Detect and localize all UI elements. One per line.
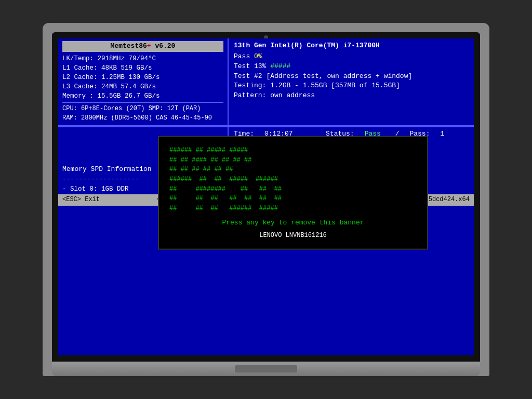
banner-line-5: ## ######## ## ## ## [169, 184, 417, 194]
mem-label: Memory : [62, 92, 94, 100]
pattern-label: Pattern: [234, 91, 266, 99]
l3-cache-row: L3 Cache: 24MB 57.4 GB/s [62, 82, 223, 91]
banner-model-text: LENOVO LNVNB161216 [169, 231, 417, 240]
laptop-base [52, 362, 480, 376]
pass-count-val: 1 [440, 129, 444, 139]
pass-label: Pass [234, 52, 250, 60]
screen: Memtest86+ v6.20 LK/Temp: 2918MHz 79/94°… [58, 38, 474, 355]
plus-sign: + [147, 42, 151, 50]
pass-line: Pass 0% [234, 52, 469, 62]
l2-cache-row: L2 Cache: 1.25MB 130 GB/s [62, 73, 223, 82]
testing-line: Testing: 1.2GB - 1.55GB [357MB of 15.5GB… [234, 81, 469, 91]
pattern-line: Pattern: own address [234, 91, 469, 101]
mem-val: 15.5GB 26.7 GB/s [98, 92, 160, 100]
l3-label: L3 Cache: [62, 83, 98, 90]
banner-line-4: ###### ## ## ##### ###### [169, 175, 417, 184]
app-name: Memtest86 [111, 42, 147, 50]
right-info-panel: 13th Gen Intel(R) Core(TM) i7-13700H Pas… [229, 38, 474, 125]
banner-line-2: ## ## #### ## ## ## ## [169, 155, 417, 165]
cpu-model-line: 13th Gen Intel(R) Core(TM) i7-13700H [234, 41, 469, 51]
l1-val: 48KB 519 GB/s [101, 64, 152, 72]
test-desc: [Address test, own address + window] [266, 72, 412, 80]
l1-label: L1 Cache: [62, 64, 98, 72]
cpu-row: CPU: 6P+8E-Cores (20T) SMP: 12T (PAR) [62, 104, 223, 113]
l3-val: 24MB 57.4 GB/s [101, 83, 156, 90]
banner-ascii-art: ###### ## ##### ##### ## ## #### ## ## #… [169, 145, 417, 213]
testing-label: Testing: [234, 82, 266, 89]
memory-row: Memory : 15.5GB 26.7 GB/s [62, 91, 223, 101]
testing-range: 1.2GB - 1.55GB [357MB of 15.5GB] [270, 82, 400, 89]
banner-line-3: ## ## ## ## ## ## [169, 165, 417, 175]
trackpad[interactable] [235, 365, 297, 373]
clk-temp-label: LK/Temp: [62, 55, 94, 62]
banner-line-7: ## ## ## ###### ##### [169, 203, 417, 213]
app-title-bar: Memtest86+ v6.20 [62, 41, 223, 52]
screen-bezel: Memtest86+ v6.20 LK/Temp: 2918MHz 79/94°… [52, 32, 480, 362]
bottom-section: Memory SPD Information -----------------… [58, 162, 474, 206]
banner-press-key-text[interactable]: Press any key to remove this banner [169, 218, 417, 228]
banner-line-6: ## ## ## ## ## ## ## [169, 194, 417, 204]
pattern-val: own address [270, 91, 315, 99]
ram-row: RAM: 2800MHz (DDR5-5600) CAS 46-45-45-90 [62, 114, 223, 123]
laptop-frame: Memtest86+ v6.20 LK/Temp: 2918MHz 79/94°… [43, 23, 489, 376]
test-num: Test #2 [234, 72, 262, 80]
test-pct-line: Test 13% ##### [234, 62, 469, 72]
clk-temp-row: LK/Temp: 2918MHz 79/94°C [62, 54, 223, 63]
left-info-panel: Memtest86+ v6.20 LK/Temp: 2918MHz 79/94°… [58, 38, 229, 125]
l2-val: 1.25MB 130 GB/s [101, 74, 160, 81]
top-section: Memtest86+ v6.20 LK/Temp: 2918MHz 79/94°… [58, 38, 474, 126]
l2-label: L2 Cache: [62, 74, 98, 81]
banner-line-1: ###### ## ##### ##### [169, 145, 417, 155]
esc-key-label[interactable]: <ESC> Exit [62, 195, 100, 204]
clk-temp-val: 2918MHz 79/94°C [98, 55, 156, 62]
divider-1 [62, 102, 223, 103]
banner-popup[interactable]: ###### ## ##### ##### ## ## #### ## ## #… [158, 136, 428, 249]
test-num-line: Test #2 [Address test, own address + win… [234, 72, 469, 82]
l1-cache-row: L1 Cache: 48KB 519 GB/s [62, 63, 223, 73]
test-pct-label: Test 13% [234, 62, 266, 70]
test-hash: ##### [270, 62, 290, 70]
pass-pct: 0% [254, 52, 262, 60]
app-version: v6.20 [151, 42, 176, 50]
